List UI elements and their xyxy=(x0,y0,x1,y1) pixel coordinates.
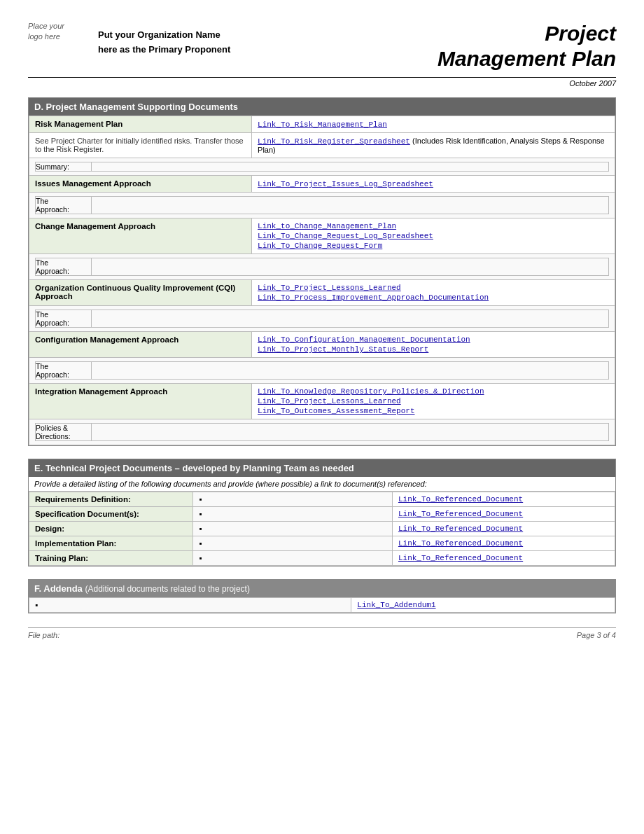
approach-label-4: TheApproach: xyxy=(36,362,92,380)
design-label: Design: xyxy=(29,522,193,536)
design-bullet[interactable]: ▪ xyxy=(193,522,393,536)
issues-mgmt-link[interactable]: Link_To_Project_Issues_Log_Spreadsheet xyxy=(252,176,615,193)
spec-doc-link[interactable]: Link_To_Referenced_Document xyxy=(392,507,615,522)
spec-doc-bullet[interactable]: ▪ xyxy=(193,507,393,522)
page-header: Place your logo here Put your Organizati… xyxy=(28,21,616,71)
training-plan-link[interactable]: Link_To_Referenced_Document xyxy=(392,551,615,566)
training-plan-bullet[interactable]: ▪ xyxy=(193,551,393,566)
approach-label-2: TheApproach: xyxy=(36,258,92,276)
table-row: Implementation Plan: ▪ Link_To_Reference… xyxy=(29,536,615,551)
policies-cell: Policies &Directions: xyxy=(29,419,615,445)
issues-mgmt-label: Issues Management Approach xyxy=(29,176,252,193)
table-row: See Project Charter for initially identi… xyxy=(29,133,615,158)
table-row: Configuration Management Approach Link_T… xyxy=(29,332,615,358)
approach-value-1[interactable] xyxy=(92,197,609,214)
addenda-link[interactable]: Link_To_Addendum1 xyxy=(351,598,615,613)
table-row: Training Plan: ▪ Link_To_Referenced_Docu… xyxy=(29,551,615,566)
approach-label-1: TheApproach: xyxy=(36,197,92,214)
table-row: Requirements Definition: ▪ Link_To_Refer… xyxy=(29,492,615,507)
section-d: D. Project Management Supporting Documen… xyxy=(28,97,616,446)
approach-cell-4: TheApproach: xyxy=(29,358,615,384)
approach-value-4[interactable] xyxy=(92,362,609,380)
table-row: Change Management Approach Link_to_Chang… xyxy=(29,218,615,254)
org-name: Put your Organization Name here as the P… xyxy=(98,28,230,57)
risk-note-text: See Project Charter for initially identi… xyxy=(29,133,252,158)
table-row: Design: ▪ Link_To_Referenced_Document xyxy=(29,522,615,536)
risk-register-link[interactable]: Link_To_Risk_Register_Spreadsheet xyxy=(258,137,410,146)
section-e-table: Requirements Definition: ▪ Link_To_Refer… xyxy=(29,492,615,566)
section-e: E. Technical Project Documents – develop… xyxy=(28,459,616,567)
risk-mgmt-label: Risk Management Plan xyxy=(29,116,252,133)
change-mgmt-label: Change Management Approach xyxy=(29,218,252,254)
section-e-header: E. Technical Project Documents – develop… xyxy=(29,459,615,477)
approach-label-3: TheApproach: xyxy=(36,310,92,328)
section-d-header: D. Project Management Supporting Documen… xyxy=(29,98,615,116)
addenda-table: ▪ Link_To_Addendum1 xyxy=(29,597,615,613)
table-row: Policies &Directions: xyxy=(29,419,615,445)
training-plan-label: Training Plan: xyxy=(29,551,193,566)
risk-mgmt-link[interactable]: Link_To_Risk_Management_Plan xyxy=(252,116,615,133)
cqi-links[interactable]: Link_To_Project_Lessons_Learned Link_To_… xyxy=(252,280,615,306)
change-mgmt-links[interactable]: Link_to_Change_Management_Plan Link_To_C… xyxy=(252,218,615,254)
page-title: Project Management Plan xyxy=(438,21,616,71)
risk-register-link-cell[interactable]: Link_To_Risk_Register_Spreadsheet (Inclu… xyxy=(252,133,615,158)
summary-cell: Summary: xyxy=(29,158,615,176)
logo-placeholder: Place your logo here xyxy=(28,21,84,43)
summary-label: Summary: xyxy=(36,162,92,172)
page-footer: File path: Page 3 of 4 xyxy=(28,627,616,639)
impl-plan-link[interactable]: Link_To_Referenced_Document xyxy=(392,536,615,551)
summary-value[interactable] xyxy=(92,162,609,172)
approach-cell-3: TheApproach: xyxy=(29,306,615,332)
section-f: F. Addenda (Additional documents related… xyxy=(28,579,616,613)
impl-plan-label: Implementation Plan: xyxy=(29,536,193,551)
approach-cell-2: TheApproach: xyxy=(29,254,615,280)
table-row: TheApproach: xyxy=(29,306,615,332)
section-f-header: F. Addenda (Additional documents related… xyxy=(29,580,615,597)
config-mgmt-label: Configuration Management Approach xyxy=(29,332,252,358)
table-row: TheApproach: xyxy=(29,358,615,384)
spec-doc-label: Specification Document(s): xyxy=(29,507,193,522)
policies-value[interactable] xyxy=(92,424,609,441)
table-row: ▪ Link_To_Addendum1 xyxy=(29,598,615,613)
req-def-bullet[interactable]: ▪ xyxy=(193,492,393,507)
integration-mgmt-links[interactable]: Link_To_Knowledge_Repository_Policies_&_… xyxy=(252,384,615,419)
table-row: Organization Continuous Quality Improvem… xyxy=(29,280,615,306)
integration-mgmt-label: Integration Management Approach xyxy=(29,384,252,419)
table-row: Issues Management Approach Link_To_Proje… xyxy=(29,176,615,193)
page-number: Page 3 of 4 xyxy=(577,631,616,639)
approach-value-3[interactable] xyxy=(92,310,609,328)
header-divider xyxy=(28,77,616,78)
design-link[interactable]: Link_To_Referenced_Document xyxy=(392,522,615,536)
table-row: Risk Management Plan Link_To_Risk_Manage… xyxy=(29,116,615,133)
approach-value-2[interactable] xyxy=(92,258,609,276)
date-label: October 2007 xyxy=(28,79,616,88)
approach-cell-1: TheApproach: xyxy=(29,193,615,218)
req-def-label: Requirements Definition: xyxy=(29,492,193,507)
cqi-label: Organization Continuous Quality Improvem… xyxy=(29,280,252,306)
table-row: Summary: xyxy=(29,158,615,176)
file-path-label: File path: xyxy=(28,631,59,639)
table-row: TheApproach: xyxy=(29,254,615,280)
section-e-note: Provide a detailed listing of the follow… xyxy=(29,477,615,492)
policies-label: Policies &Directions: xyxy=(36,424,92,441)
section-d-table: Risk Management Plan Link_To_Risk_Manage… xyxy=(29,116,615,445)
addenda-bullet[interactable]: ▪ xyxy=(29,598,351,613)
table-row: Specification Document(s): ▪ Link_To_Ref… xyxy=(29,507,615,522)
config-mgmt-links[interactable]: Link_To_Configuration_Management_Documen… xyxy=(252,332,615,358)
table-row: Integration Management Approach Link_To_… xyxy=(29,384,615,419)
req-def-link[interactable]: Link_To_Referenced_Document xyxy=(392,492,615,507)
table-row: TheApproach: xyxy=(29,193,615,218)
impl-plan-bullet[interactable]: ▪ xyxy=(193,536,393,551)
header-left: Place your logo here Put your Organizati… xyxy=(28,21,230,57)
